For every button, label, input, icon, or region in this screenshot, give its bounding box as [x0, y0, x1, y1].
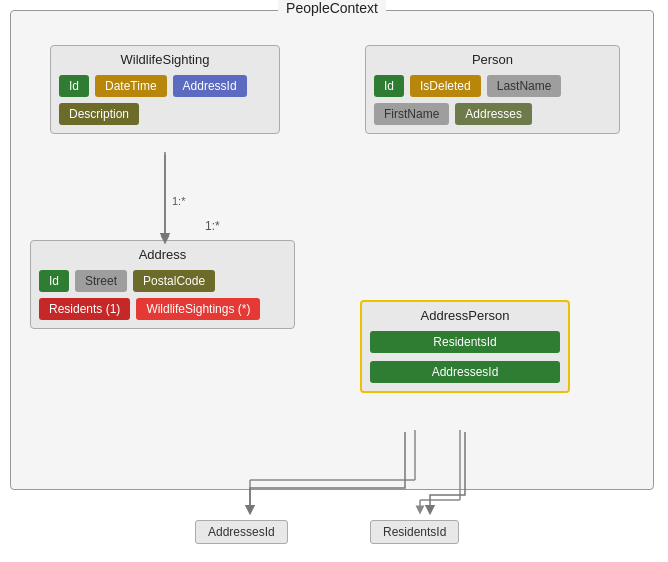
address-person-entity: AddressPerson ResidentsId AddressesId — [360, 300, 570, 393]
field-postalcode: PostalCode — [133, 270, 215, 292]
standalone-residentsid-label: ResidentsId — [383, 525, 446, 539]
person-fields: Id IsDeleted LastName FirstName Addresse… — [374, 75, 611, 125]
field-datetime: DateTime — [95, 75, 167, 97]
wildlife-sighting-entity: WildlifeSighting Id DateTime AddressId D… — [50, 45, 280, 134]
address-fields: Id Street PostalCode Residents (1) Wildl… — [39, 270, 286, 320]
wildlife-sighting-fields: Id DateTime AddressId Description — [59, 75, 271, 125]
field-addressesid: AddressesId — [370, 361, 560, 383]
person-entity: Person Id IsDeleted LastName FirstName A… — [365, 45, 620, 134]
field-lastname: LastName — [487, 75, 562, 97]
field-addresses: Addresses — [455, 103, 532, 125]
address-person-title: AddressPerson — [370, 308, 560, 323]
field-addressid: AddressId — [173, 75, 247, 97]
person-title: Person — [374, 52, 611, 67]
standalone-addressesid-label: AddressesId — [208, 525, 275, 539]
field-wildlifesightings: WildlifeSightings (*) — [136, 298, 260, 320]
field-residents: Residents (1) — [39, 298, 130, 320]
field-street: Street — [75, 270, 127, 292]
context-title: PeopleContext — [278, 0, 386, 16]
wildlife-sighting-title: WildlifeSighting — [59, 52, 271, 67]
address-person-fields: ResidentsId AddressesId — [370, 331, 560, 383]
field-person-id: Id — [374, 75, 404, 97]
field-id: Id — [59, 75, 89, 97]
field-description: Description — [59, 103, 139, 125]
standalone-residentsid: ResidentsId — [370, 520, 459, 544]
field-firstname: FirstName — [374, 103, 449, 125]
address-entity: Address Id Street PostalCode Residents (… — [30, 240, 295, 329]
field-residentsid: ResidentsId — [370, 331, 560, 353]
field-isdeleted: IsDeleted — [410, 75, 481, 97]
field-address-id: Id — [39, 270, 69, 292]
standalone-addressesid: AddressesId — [195, 520, 288, 544]
address-title: Address — [39, 247, 286, 262]
